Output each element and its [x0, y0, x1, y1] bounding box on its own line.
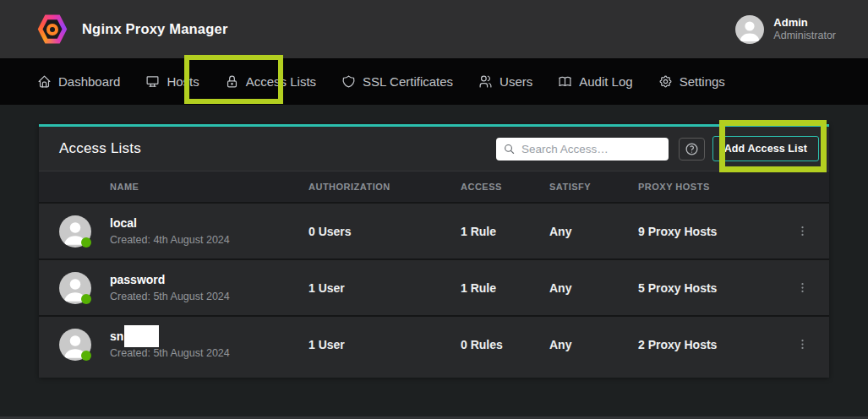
column-header-authorization: AUTHORIZATION	[308, 182, 461, 192]
main-nav: Dashboard Hosts Access Lists SSL Certifi…	[0, 58, 868, 105]
user-menu[interactable]: Admin Administrator	[735, 15, 836, 44]
avatar	[59, 329, 91, 361]
access-lists-card: Access Lists Add Access List NAME AUTHOR…	[39, 124, 829, 378]
lock-icon	[225, 74, 239, 89]
table-row: sn Created: 5th August 2024 1 User 0 Rul…	[39, 315, 829, 372]
status-dot	[81, 294, 91, 304]
access-value: 1 Rule	[461, 225, 549, 238]
row-actions-menu-button[interactable]	[791, 220, 813, 242]
nav-label: Audit Log	[579, 74, 632, 89]
user-role: Administrator	[773, 30, 836, 42]
app-title: Nginx Proxy Manager	[82, 21, 228, 37]
gear-icon	[658, 74, 673, 89]
kebab-menu-icon	[796, 225, 809, 237]
satisfy-value: Any	[549, 281, 638, 295]
nav-label: Dashboard	[58, 74, 120, 89]
add-access-list-button[interactable]: Add Access List	[712, 136, 819, 161]
status-dot	[81, 351, 91, 361]
access-list-name[interactable]: sn	[110, 329, 308, 344]
table-header-row: NAME AUTHORIZATION ACCESS SATISFY PROXY …	[39, 171, 829, 202]
nav-label: Hosts	[167, 74, 199, 89]
created-date: Created: 5th August 2024	[110, 290, 308, 304]
avatar	[59, 272, 91, 304]
nav-label: SSL Certificates	[363, 74, 453, 89]
nav-item-ssl-certificates[interactable]: SSL Certificates	[341, 74, 453, 89]
column-header-satisfy: SATISFY	[549, 182, 638, 192]
kebab-menu-icon	[796, 338, 809, 351]
access-value: 0 Rules	[461, 338, 549, 351]
nav-item-settings[interactable]: Settings	[658, 74, 725, 89]
kebab-menu-icon	[796, 281, 809, 294]
user-avatar[interactable]	[735, 15, 764, 44]
help-icon	[685, 142, 699, 156]
table-row: password Created: 5th August 2024 1 User…	[39, 258, 829, 315]
user-name: Admin	[773, 16, 836, 30]
column-header-access: ACCESS	[461, 182, 549, 192]
satisfy-value: Any	[549, 338, 638, 351]
table-row: local Created: 4th August 2024 0 Users 1…	[39, 202, 829, 258]
book-icon	[558, 74, 572, 89]
app-window: Nginx Proxy Manager Admin Administrator …	[0, 0, 868, 419]
page-title: Access Lists	[59, 140, 141, 157]
nginx-proxy-manager-logo-icon	[37, 14, 68, 45]
proxy-hosts-value: 9 Proxy Hosts	[638, 225, 783, 238]
column-header-name: NAME	[110, 182, 308, 192]
access-value: 1 Rule	[461, 281, 549, 295]
nav-item-hosts[interactable]: Hosts	[145, 74, 199, 89]
row-actions-menu-button[interactable]	[791, 334, 813, 356]
status-dot	[81, 237, 91, 248]
access-list-name[interactable]: password	[110, 272, 308, 287]
home-icon	[37, 74, 52, 89]
proxy-hosts-value: 5 Proxy Hosts	[638, 281, 783, 295]
topbar: Nginx Proxy Manager Admin Administrator	[0, 0, 868, 58]
proxy-hosts-value: 2 Proxy Hosts	[638, 338, 783, 351]
redaction-box	[124, 325, 159, 347]
search-input[interactable]	[521, 143, 662, 155]
nav-label: Users	[500, 74, 532, 89]
person-icon	[735, 15, 764, 44]
nav-label: Access Lists	[246, 74, 316, 89]
nav-item-access-lists[interactable]: Access Lists	[225, 74, 316, 89]
nav-item-users[interactable]: Users	[478, 74, 532, 89]
search-box	[496, 138, 669, 161]
shield-icon	[341, 74, 356, 89]
nav-item-audit-log[interactable]: Audit Log	[558, 74, 632, 89]
created-date: Created: 5th August 2024	[110, 346, 308, 361]
access-list-name[interactable]: local	[110, 215, 308, 231]
avatar	[59, 215, 91, 248]
users-icon	[478, 74, 493, 89]
authorization-value: 0 Users	[308, 225, 461, 238]
row-actions-menu-button[interactable]	[791, 277, 813, 299]
column-header-proxy-hosts: PROXY HOSTS	[638, 182, 783, 192]
help-button[interactable]	[679, 138, 705, 161]
nav-item-dashboard[interactable]: Dashboard	[37, 74, 120, 89]
monitor-icon	[145, 74, 160, 89]
satisfy-value: Any	[549, 225, 638, 238]
nav-label: Settings	[680, 74, 725, 89]
search-icon	[504, 143, 515, 155]
card-header: Access Lists Add Access List	[39, 127, 829, 171]
authorization-value: 1 User	[308, 338, 461, 351]
authorization-value: 1 User	[308, 281, 461, 295]
created-date: Created: 4th August 2024	[110, 233, 308, 248]
